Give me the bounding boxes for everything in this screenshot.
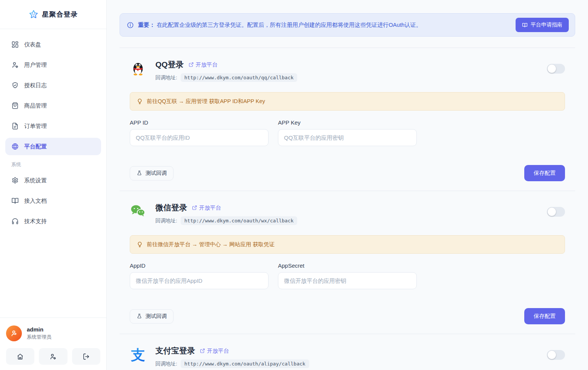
sidebar-item-auth-logs[interactable]: 授权日志 bbox=[5, 77, 101, 94]
lightbulb-icon bbox=[137, 241, 143, 248]
globe-icon bbox=[11, 143, 19, 150]
tip-text: 前往QQ互联 → 应用管理 获取APP ID和APP Key bbox=[147, 98, 265, 105]
home-icon bbox=[17, 353, 24, 360]
wechat-tip-bar: 前往微信开放平台 → 管理中心 → 网站应用 获取凭证 bbox=[130, 235, 565, 254]
qq-open-platform-link[interactable]: 开放平台 bbox=[189, 61, 218, 68]
test-button-label: 测试回调 bbox=[146, 313, 167, 320]
user-settings-icon bbox=[49, 353, 57, 360]
sidebar-item-system-settings[interactable]: 系统设置 bbox=[5, 172, 101, 189]
user-actions bbox=[6, 348, 100, 365]
guide-button-label: 平台申请指南 bbox=[531, 22, 562, 28]
platform-link-label: 开放平台 bbox=[199, 204, 221, 211]
sidebar: 星聚合登录 仪表盘 用户管理 授权日志 商品管理 订单管理 bbox=[0, 0, 107, 370]
sidebar-item-label: 系统设置 bbox=[24, 177, 47, 184]
shopping-bag-icon bbox=[11, 102, 19, 109]
sidebar-user-block: admin 系统管理员 bbox=[0, 318, 106, 370]
callback-url: http://www.dkym.com/oauth/alipay/callbac… bbox=[181, 359, 309, 368]
dashboard-icon bbox=[11, 41, 19, 48]
sidebar-item-label: 授权日志 bbox=[24, 82, 47, 89]
book-icon bbox=[11, 197, 19, 205]
tip-text: 前往微信开放平台 → 管理中心 → 网站应用 获取凭证 bbox=[147, 241, 275, 248]
alipay-icon: 支 bbox=[130, 346, 146, 363]
platform-title: 微信登录 bbox=[155, 202, 187, 213]
sidebar-item-label: 技术支持 bbox=[24, 218, 47, 225]
callback-label: 回调地址: bbox=[155, 74, 177, 81]
wechat-appsecret-field: AppSecret bbox=[278, 262, 417, 289]
sidebar-item-label: 用户管理 bbox=[24, 62, 47, 69]
external-link-icon bbox=[189, 62, 194, 67]
platform-title: QQ登录 bbox=[155, 59, 184, 70]
wechat-appsecret-input[interactable] bbox=[278, 272, 417, 289]
sidebar-item-platform-config[interactable]: 平台配置 bbox=[5, 138, 101, 155]
banner-message: 重要： 在此配置企业级的第三方登录凭证。配置后，所有注册用户创建的应用都将使用这… bbox=[127, 22, 422, 29]
callback-url: http://www.dkym.com/oauth/wx/callback bbox=[181, 216, 298, 225]
star-logo-icon bbox=[29, 9, 38, 19]
qq-appkey-input[interactable] bbox=[278, 129, 417, 146]
headphones-icon bbox=[11, 217, 19, 225]
sidebar-item-support[interactable]: 技术支持 bbox=[5, 213, 101, 230]
sidebar-item-label: 接入文档 bbox=[24, 197, 47, 205]
platform-link-label: 开放平台 bbox=[196, 61, 218, 68]
user-text: admin 系统管理员 bbox=[27, 326, 51, 341]
sidebar-item-dashboard[interactable]: 仪表盘 bbox=[5, 36, 101, 53]
qq-test-callback-button[interactable]: 测试回调 bbox=[130, 166, 173, 180]
external-link-icon bbox=[192, 205, 197, 210]
home-button[interactable] bbox=[6, 348, 34, 365]
profile-settings-button[interactable] bbox=[39, 348, 67, 365]
qq-appid-input[interactable] bbox=[130, 129, 269, 146]
wechat-appid-field: AppID bbox=[130, 262, 269, 289]
sidebar-item-orders[interactable]: 订单管理 bbox=[5, 117, 101, 135]
flask-icon bbox=[137, 313, 142, 319]
field-label: AppSecret bbox=[278, 262, 417, 269]
toggle-knob bbox=[548, 208, 556, 216]
platform-link-label: 开放平台 bbox=[207, 347, 229, 355]
banner-bold-text: 重要： bbox=[138, 22, 155, 28]
qq-tip-bar: 前往QQ互联 → 应用管理 获取APP ID和APP Key bbox=[130, 92, 565, 111]
qq-enable-toggle[interactable] bbox=[547, 64, 565, 74]
info-banner: 重要： 在此配置企业级的第三方登录凭证。配置后，所有注册用户创建的应用都将使用这… bbox=[120, 13, 575, 37]
field-label: AppID bbox=[130, 262, 269, 269]
external-link-icon bbox=[200, 348, 205, 353]
gear-icon bbox=[11, 177, 19, 184]
toggle-knob bbox=[548, 351, 556, 359]
user-info: admin 系统管理员 bbox=[6, 325, 100, 341]
user-icon bbox=[10, 329, 18, 338]
qq-penguin-icon bbox=[130, 60, 146, 77]
sidebar-menu: 仪表盘 用户管理 授权日志 商品管理 订单管理 平台配置 系统 bbox=[0, 29, 106, 233]
sidebar-item-label: 订单管理 bbox=[24, 123, 47, 130]
banner-text: 在此配置企业级的第三方登录凭证。配置后，所有注册用户创建的应用都将使用这些凭证进… bbox=[157, 22, 422, 28]
app-title: 星聚合登录 bbox=[42, 10, 78, 19]
field-label: APP Key bbox=[278, 119, 417, 126]
sidebar-item-products[interactable]: 商品管理 bbox=[5, 97, 101, 114]
sidebar-item-label: 商品管理 bbox=[24, 102, 47, 109]
wechat-open-platform-link[interactable]: 开放平台 bbox=[192, 204, 221, 211]
qq-appkey-field: APP Key bbox=[278, 119, 417, 146]
sidebar-item-label: 平台配置 bbox=[24, 143, 47, 150]
wechat-icon bbox=[130, 203, 146, 220]
toggle-knob bbox=[548, 65, 556, 73]
app-logo: 星聚合登录 bbox=[0, 0, 106, 29]
platform-section-wechat: 微信登录 开放平台 回调地址: http://www.dkym.com/oaut… bbox=[120, 191, 575, 334]
sidebar-item-users[interactable]: 用户管理 bbox=[5, 56, 101, 74]
svg-text:支: 支 bbox=[130, 347, 145, 363]
callback-label: 回调地址: bbox=[155, 361, 177, 367]
wechat-enable-toggle[interactable] bbox=[547, 207, 565, 217]
wechat-appid-input[interactable] bbox=[130, 272, 269, 289]
alipay-open-platform-link[interactable]: 开放平台 bbox=[200, 347, 229, 355]
user-name: admin bbox=[27, 326, 51, 333]
qq-save-config-button[interactable]: 保存配置 bbox=[524, 165, 565, 181]
sidebar-item-label: 仪表盘 bbox=[24, 41, 41, 48]
platform-section-alipay: 支 支付宝登录 开放平台 回调地址: ht bbox=[120, 334, 575, 370]
callback-url: http://www.dkym.com/oauth/qq/callback bbox=[181, 73, 298, 82]
alipay-enable-toggle[interactable] bbox=[547, 350, 565, 360]
shield-check-icon bbox=[11, 82, 19, 89]
logout-button[interactable] bbox=[72, 348, 100, 365]
sidebar-item-docs[interactable]: 接入文档 bbox=[5, 192, 101, 210]
info-circle-icon bbox=[127, 22, 134, 29]
platform-title: 支付宝登录 bbox=[155, 345, 195, 356]
platform-guide-button[interactable]: 平台申请指南 bbox=[516, 18, 569, 32]
logout-icon bbox=[83, 353, 90, 360]
lightbulb-icon bbox=[137, 98, 143, 105]
wechat-test-callback-button[interactable]: 测试回调 bbox=[130, 309, 173, 324]
wechat-save-config-button[interactable]: 保存配置 bbox=[524, 308, 565, 324]
